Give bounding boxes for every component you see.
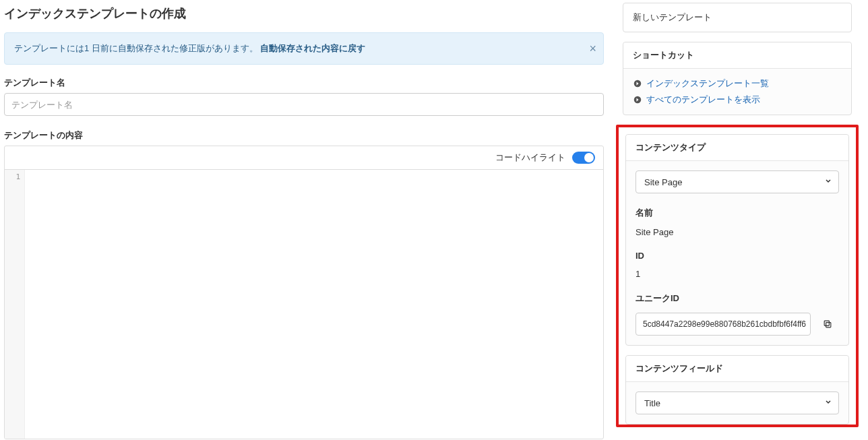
content-type-select[interactable]: Site Page [636, 170, 839, 193]
copy-icon[interactable] [816, 313, 839, 336]
highlighted-region: コンテンツタイプ Site Page 名前 Site Page ID 1 [616, 125, 859, 427]
content-field-header: コンテンツフィールド [626, 356, 848, 382]
name-value: Site Page [636, 227, 839, 237]
svg-rect-2 [826, 323, 831, 327]
content-type-header: コンテンツタイプ [626, 135, 848, 161]
unique-id-label: ユニークID [636, 292, 839, 305]
template-name-input[interactable] [4, 93, 604, 116]
list-item: すべてのテンプレートを表示 [633, 92, 842, 108]
code-highlight-label: コードハイライト [495, 152, 565, 164]
id-label: ID [636, 251, 839, 261]
svg-rect-3 [824, 321, 829, 325]
content-field-select[interactable]: Title [636, 391, 839, 414]
template-content-label: テンプレートの内容 [4, 129, 604, 142]
name-label: 名前 [636, 207, 839, 219]
close-icon[interactable]: × [589, 42, 596, 55]
list-item: インデックステンプレート一覧 [633, 75, 842, 92]
id-value: 1 [636, 269, 839, 279]
editor-gutter: 1 [5, 170, 25, 439]
code-textarea[interactable] [25, 170, 603, 439]
code-highlight-toggle[interactable] [572, 152, 595, 164]
code-editor: コードハイライト 1 [4, 146, 604, 439]
content-type-panel: コンテンツタイプ Site Page 名前 Site Page ID 1 [625, 134, 849, 346]
shortcut-index-templates[interactable]: インデックステンプレート一覧 [646, 77, 769, 90]
new-template-button[interactable]: 新しいテンプレート [623, 3, 852, 32]
page-title: インデックステンプレートの作成 [4, 5, 604, 22]
alert-message: テンプレートには1 日前に自動保存された修正版があります。 [14, 43, 258, 53]
shortcuts-header: ショートカット [623, 42, 851, 69]
alert-action-link[interactable]: 自動保存された内容に戻す [260, 43, 365, 53]
autosave-alert: テンプレートには1 日前に自動保存された修正版があります。 自動保存された内容に… [4, 32, 604, 65]
content-field-panel: コンテンツフィールド Title [625, 355, 849, 425]
shortcut-all-templates[interactable]: すべてのテンプレートを表示 [646, 94, 760, 106]
shortcuts-panel: ショートカット インデックステンプレート一覧 すべてのテンプレートを表示 [623, 42, 852, 115]
unique-id-value[interactable]: 5cd8447a2298e99e880768b261cbdbfbf6f4ff6 [636, 313, 811, 336]
chevron-right-icon [633, 95, 642, 104]
template-name-label: テンプレート名 [4, 77, 604, 89]
line-number: 1 [16, 172, 20, 181]
chevron-right-icon [633, 79, 642, 88]
